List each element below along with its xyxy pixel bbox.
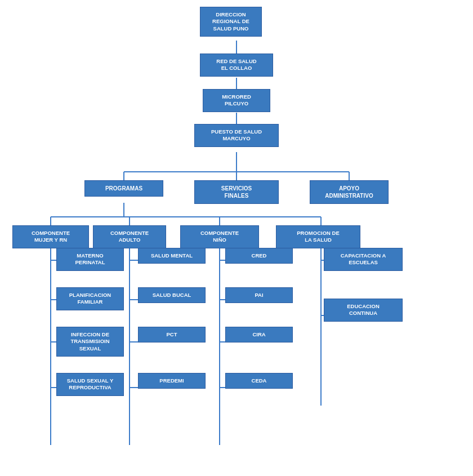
node-capacitacion: CAPACITACION AESCUELAS xyxy=(324,248,403,271)
node-programas: PROGRAMAS xyxy=(84,180,163,197)
node-microred: MICROREDPILCUYO xyxy=(203,89,270,112)
node-promocion: PROMOCION DELA SALUD xyxy=(276,225,360,248)
node-servicios: SERVICIOSFINALES xyxy=(194,180,279,204)
node-salud-bucal: SALUD BUCAL xyxy=(138,287,206,303)
node-apoyo: APOYOADMINISTRATIVO xyxy=(310,180,389,204)
node-pai: PAI xyxy=(225,287,293,303)
node-red-salud: RED DE SALUDEL COLLAO xyxy=(200,54,273,77)
node-pct: PCT xyxy=(138,327,206,342)
node-salud-mental: SALUD MENTAL xyxy=(138,248,206,264)
node-comp-mujer: COMPONENTEMUJER Y RN xyxy=(12,225,89,248)
node-predemi: PREDEMI xyxy=(138,373,206,389)
node-comp-adulto: COMPONENTEADULTO xyxy=(93,225,166,248)
node-materno: MATERNOPERINATAL xyxy=(56,248,124,271)
node-cred: CRED xyxy=(225,248,293,264)
node-cira: CIRA xyxy=(225,327,293,342)
node-salud-sexual: SALUD SEXUAL YREPRODUCTIVA xyxy=(56,373,124,396)
node-puesto: PUESTO DE SALUDMARCUYO xyxy=(194,124,279,147)
node-direccion: DIRECCIONREGIONAL DESALUD PUNO xyxy=(200,7,262,37)
node-educacion: EDUCACIONCONTINUA xyxy=(324,299,403,322)
node-comp-nino: COMPONENTENIÑO xyxy=(180,225,259,248)
node-infeccion: INFECCION DETRANSMISIOINSEXUAL xyxy=(56,327,124,357)
node-ceda: CEDA xyxy=(225,373,293,389)
full-chart: DIRECCIONREGIONAL DESALUD PUNO RED DE SA… xyxy=(0,0,473,476)
node-planificacion: PLANIFICACIONFAMILIAR xyxy=(56,287,124,310)
